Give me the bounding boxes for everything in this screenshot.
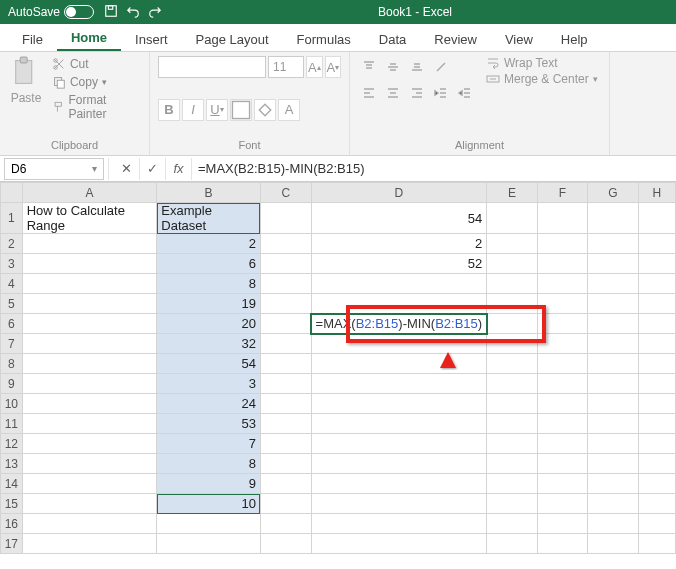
cut-button[interactable]: Cut (50, 56, 141, 72)
cell-C1[interactable] (260, 203, 311, 234)
cell-A9[interactable] (22, 374, 157, 394)
cell-F6[interactable] (537, 314, 587, 334)
cell-D7[interactable] (311, 334, 487, 354)
cell-G17[interactable] (588, 534, 639, 554)
cell-D15[interactable] (311, 494, 487, 514)
tab-review[interactable]: Review (420, 26, 491, 51)
cell-F8[interactable] (537, 354, 587, 374)
cell-C10[interactable] (260, 394, 311, 414)
cell-D16[interactable] (311, 514, 487, 534)
cell-A15[interactable] (22, 494, 157, 514)
cell-D14[interactable] (311, 474, 487, 494)
increase-font-button[interactable]: A▴ (306, 56, 323, 78)
row-header[interactable]: 15 (1, 494, 23, 514)
cell-C14[interactable] (260, 474, 311, 494)
cell-B16[interactable] (157, 514, 261, 534)
cell-F12[interactable] (537, 434, 587, 454)
cell-H6[interactable] (638, 314, 675, 334)
cell-H15[interactable] (638, 494, 675, 514)
row-header[interactable]: 14 (1, 474, 23, 494)
cell-C12[interactable] (260, 434, 311, 454)
cell-F2[interactable] (537, 234, 587, 254)
tab-view[interactable]: View (491, 26, 547, 51)
cell-F7[interactable] (537, 334, 587, 354)
increase-indent-button[interactable] (454, 82, 476, 104)
cell-D4[interactable] (311, 274, 487, 294)
cell-B13[interactable]: 8 (157, 454, 261, 474)
cell-A13[interactable] (22, 454, 157, 474)
cell-E10[interactable] (487, 394, 537, 414)
decrease-indent-button[interactable] (430, 82, 452, 104)
cell-D2[interactable]: 2 (311, 234, 487, 254)
cell-F10[interactable] (537, 394, 587, 414)
column-header[interactable]: A (22, 183, 157, 203)
cell-A16[interactable] (22, 514, 157, 534)
cell-D1[interactable]: 54 (311, 203, 487, 234)
cell-A4[interactable] (22, 274, 157, 294)
tab-file[interactable]: File (8, 26, 57, 51)
cell-C6[interactable] (260, 314, 311, 334)
cell-G6[interactable] (588, 314, 639, 334)
column-header[interactable]: H (638, 183, 675, 203)
cell-B10[interactable]: 24 (157, 394, 261, 414)
save-icon[interactable] (104, 4, 118, 21)
cell-E13[interactable] (487, 454, 537, 474)
cell-G12[interactable] (588, 434, 639, 454)
cell-H10[interactable] (638, 394, 675, 414)
cell-H8[interactable] (638, 354, 675, 374)
cell-D8[interactable] (311, 354, 487, 374)
cell-E8[interactable] (487, 354, 537, 374)
cell-C15[interactable] (260, 494, 311, 514)
fill-color-button[interactable] (254, 99, 276, 121)
cell-H11[interactable] (638, 414, 675, 434)
cell-A5[interactable] (22, 294, 157, 314)
cell-E14[interactable] (487, 474, 537, 494)
font-color-button[interactable]: A (278, 99, 300, 121)
cell-E15[interactable] (487, 494, 537, 514)
decrease-font-button[interactable]: A▾ (325, 56, 342, 78)
row-header[interactable]: 6 (1, 314, 23, 334)
cell-F4[interactable] (537, 274, 587, 294)
row-header[interactable]: 13 (1, 454, 23, 474)
paste-button[interactable]: Paste (8, 56, 44, 122)
cell-D3[interactable]: 52 (311, 254, 487, 274)
tab-insert[interactable]: Insert (121, 26, 182, 51)
cell-B14[interactable]: 9 (157, 474, 261, 494)
cell-E9[interactable] (487, 374, 537, 394)
format-painter-button[interactable]: Format Painter (50, 92, 141, 122)
tab-data[interactable]: Data (365, 26, 420, 51)
cell-F17[interactable] (537, 534, 587, 554)
cell-A7[interactable] (22, 334, 157, 354)
cell-B1[interactable]: Example Dataset (157, 203, 261, 234)
row-header[interactable]: 17 (1, 534, 23, 554)
cell-B6[interactable]: 20 (157, 314, 261, 334)
cell-D13[interactable] (311, 454, 487, 474)
cell-D11[interactable] (311, 414, 487, 434)
tab-formulas[interactable]: Formulas (283, 26, 365, 51)
cell-D9[interactable] (311, 374, 487, 394)
cell-C4[interactable] (260, 274, 311, 294)
cell-B5[interactable]: 19 (157, 294, 261, 314)
fx-button[interactable]: fx (166, 158, 192, 180)
cell-F9[interactable] (537, 374, 587, 394)
cell-H5[interactable] (638, 294, 675, 314)
cell-C5[interactable] (260, 294, 311, 314)
cell-H13[interactable] (638, 454, 675, 474)
cell-H14[interactable] (638, 474, 675, 494)
row-header[interactable]: 3 (1, 254, 23, 274)
row-header[interactable]: 4 (1, 274, 23, 294)
cell-H17[interactable] (638, 534, 675, 554)
cell-E3[interactable] (487, 254, 537, 274)
cell-F14[interactable] (537, 474, 587, 494)
cell-D10[interactable] (311, 394, 487, 414)
cell-E4[interactable] (487, 274, 537, 294)
cell-A3[interactable] (22, 254, 157, 274)
cell-C11[interactable] (260, 414, 311, 434)
cell-F1[interactable] (537, 203, 587, 234)
cell-A17[interactable] (22, 534, 157, 554)
cell-B3[interactable]: 6 (157, 254, 261, 274)
cell-B12[interactable]: 7 (157, 434, 261, 454)
row-header[interactable]: 11 (1, 414, 23, 434)
cell-D12[interactable] (311, 434, 487, 454)
copy-button[interactable]: Copy ▾ (50, 74, 141, 90)
